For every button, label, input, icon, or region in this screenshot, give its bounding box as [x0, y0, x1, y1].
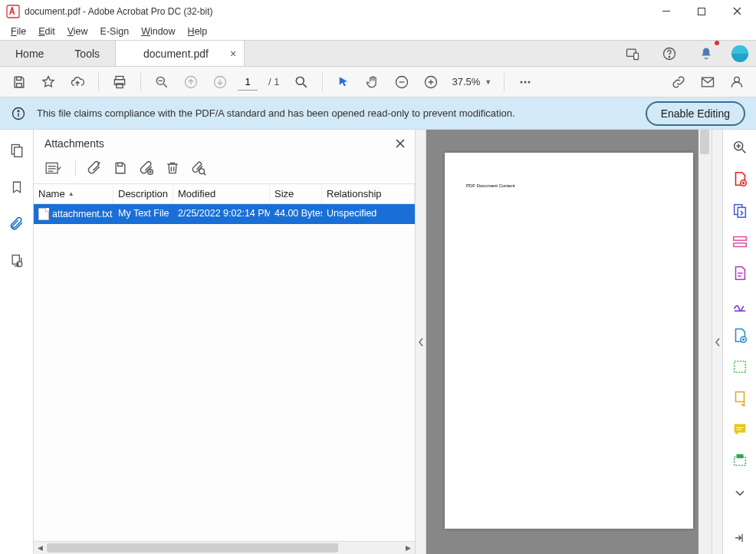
- zoom-in-icon[interactable]: [419, 71, 442, 94]
- create-pdf-icon[interactable]: [729, 170, 751, 188]
- search-tool-icon[interactable]: [729, 139, 751, 157]
- cell-description: My Text File: [113, 204, 173, 224]
- collapse-right-handle[interactable]: [712, 130, 722, 554]
- zoom-value: 37.5%: [452, 76, 480, 87]
- document-vertical-scrollbar[interactable]: [698, 130, 712, 554]
- panel-horizontal-scrollbar[interactable]: ◀ ▶: [34, 541, 415, 554]
- svg-text:i: i: [17, 262, 18, 267]
- title-bar: document.pdf - Adobe Acrobat Pro DC (32-…: [0, 0, 756, 23]
- next-page-icon[interactable]: [209, 71, 232, 94]
- enable-editing-button[interactable]: Enable Editing: [646, 101, 745, 126]
- edit-pdf-icon[interactable]: [729, 233, 751, 251]
- col-modified[interactable]: Modified: [173, 184, 270, 203]
- scroll-thumb[interactable]: [47, 543, 338, 552]
- print-icon[interactable]: [108, 71, 131, 94]
- thumbnails-icon[interactable]: [5, 139, 28, 162]
- user-avatar[interactable]: [731, 45, 748, 62]
- page-total-label: / 1: [268, 76, 279, 87]
- more-tools-icon[interactable]: [514, 71, 537, 94]
- col-name[interactable]: Name▲: [34, 184, 113, 203]
- close-panel-button[interactable]: [395, 138, 406, 149]
- main-toolbar: / 1 37.5% ▼: [0, 67, 756, 97]
- request-signatures-icon[interactable]: [729, 264, 751, 282]
- zoom-out-find-icon[interactable]: [150, 71, 173, 94]
- menu-bar: File Edit View E-Sign Window Help: [0, 23, 756, 40]
- col-size[interactable]: Size: [270, 184, 322, 203]
- svg-rect-9: [117, 83, 123, 87]
- svg-rect-42: [737, 455, 742, 458]
- page-number-input[interactable]: [238, 74, 258, 91]
- svg-rect-2: [634, 53, 639, 59]
- zoom-select[interactable]: 37.5% ▼: [449, 76, 495, 87]
- menu-esign[interactable]: E-Sign: [94, 25, 136, 38]
- svg-point-4: [669, 56, 669, 57]
- menu-edit[interactable]: Edit: [32, 25, 61, 38]
- attachments-panel: Attachments Name▲ Description Modified S…: [34, 130, 416, 554]
- scroll-right-button[interactable]: ▶: [402, 542, 415, 554]
- svg-point-23: [18, 110, 19, 111]
- layers-icon[interactable]: i: [5, 249, 28, 272]
- svg-point-19: [528, 81, 531, 83]
- right-tool-rail: [722, 130, 756, 554]
- menu-view[interactable]: View: [61, 25, 94, 38]
- window-title: document.pdf - Adobe Acrobat Pro DC (32-…: [25, 6, 212, 17]
- search-attachment-icon[interactable]: [191, 160, 206, 176]
- more-tools-chevron-icon[interactable]: [729, 483, 751, 501]
- scroll-left-button[interactable]: ◀: [34, 542, 47, 554]
- share-link-icon[interactable]: [667, 71, 690, 94]
- fill-sign-icon[interactable]: [729, 295, 751, 313]
- select-cursor-icon[interactable]: [332, 71, 355, 94]
- people-icon[interactable]: [725, 71, 748, 94]
- zoom-fit-icon[interactable]: [290, 71, 313, 94]
- cloud-upload-icon[interactable]: [66, 71, 89, 94]
- save-attachment-icon[interactable]: [113, 160, 128, 176]
- tab-document-label: document.pdf: [143, 48, 209, 60]
- svg-rect-6: [17, 83, 22, 87]
- maximize-button[interactable]: [684, 0, 719, 23]
- combine-files-icon[interactable]: [729, 202, 751, 219]
- col-description[interactable]: Description: [113, 184, 173, 203]
- delete-attachment-icon[interactable]: [165, 160, 180, 176]
- export-pdf-icon[interactable]: [729, 327, 751, 345]
- hand-tool-icon[interactable]: [361, 71, 384, 94]
- close-window-button[interactable]: [719, 0, 754, 23]
- collapse-panel-handle[interactable]: [416, 130, 426, 554]
- menu-help[interactable]: Help: [182, 25, 214, 38]
- col-relationship[interactable]: Relationship: [322, 184, 415, 203]
- attachments-nav-icon[interactable]: [5, 213, 28, 236]
- menu-window[interactable]: Window: [135, 25, 181, 38]
- app-icon: [6, 5, 20, 18]
- cell-name: attachment.txt: [52, 209, 113, 219]
- tab-close-button[interactable]: ×: [230, 48, 236, 60]
- notifications-icon[interactable]: [695, 42, 718, 65]
- menu-file[interactable]: File: [5, 25, 32, 38]
- svg-rect-30: [118, 163, 123, 166]
- table-row[interactable]: attachment.txt My Text File 2/25/2022 9:…: [34, 204, 415, 224]
- organize-pages-icon[interactable]: [729, 358, 751, 376]
- vscroll-thumb[interactable]: [700, 130, 709, 154]
- star-icon[interactable]: [37, 71, 60, 94]
- open-attachment-icon[interactable]: [87, 160, 102, 176]
- svg-point-18: [524, 81, 527, 83]
- minimize-button[interactable]: [649, 0, 684, 23]
- bookmarks-icon[interactable]: [5, 176, 28, 199]
- tab-tools[interactable]: Tools: [59, 41, 115, 66]
- add-attachment-icon[interactable]: [139, 160, 154, 176]
- save-icon[interactable]: [8, 71, 31, 94]
- scan-ocr-icon[interactable]: [729, 452, 751, 470]
- comment-icon[interactable]: [729, 421, 751, 439]
- zoom-out-icon[interactable]: [390, 71, 413, 94]
- document-view[interactable]: PDF Document Content: [426, 130, 712, 554]
- tab-home[interactable]: Home: [0, 41, 59, 66]
- options-dropdown-icon[interactable]: [44, 160, 64, 176]
- send-comments-icon[interactable]: [729, 390, 751, 407]
- pdf-page: PDF Document Content: [445, 153, 693, 529]
- help-icon[interactable]: [658, 42, 681, 65]
- share-device-icon[interactable]: [621, 42, 644, 65]
- email-icon[interactable]: [696, 71, 719, 94]
- expand-right-icon[interactable]: [729, 529, 751, 546]
- prev-page-icon[interactable]: [179, 71, 202, 94]
- tab-document[interactable]: document.pdf ×: [115, 41, 245, 66]
- tabs-row: Home Tools document.pdf ×: [0, 40, 756, 67]
- svg-point-17: [521, 81, 523, 83]
